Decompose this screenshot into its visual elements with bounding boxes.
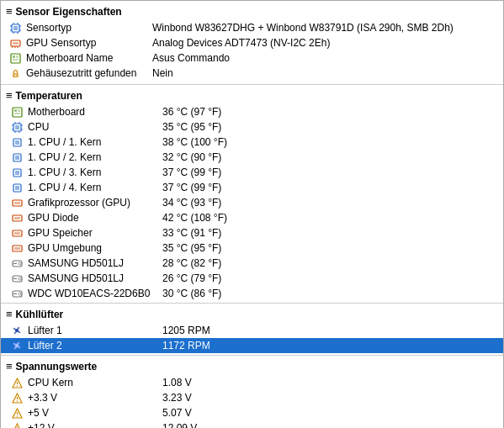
hdd3-label: WDC WD10EACS-22D6B0 (28, 288, 162, 299)
temp-row-cpu-core2[interactable]: 1. CPU / 2. Kern 32 °C (90 °F) (1, 150, 503, 165)
svg-rect-40 (15, 171, 19, 175)
fan2-value: 1172 RPM (162, 340, 210, 351)
svg-point-65 (16, 385, 18, 387)
main-window: ≡ Sensor Eigenschaften Sensortyp Winbond… (0, 0, 504, 428)
cpu-core2-value: 32 °C (90 °F) (162, 151, 221, 163)
volt-3v3-value: 3.23 V (162, 392, 192, 404)
gpu-sensortyp-label: GPU Sensortyp (26, 37, 152, 49)
temp-row-hdd2[interactable]: SAMSUNG HD501LJ 26 °C (79 °F) (1, 271, 503, 286)
prop-row-chassis: Gehäusezutritt gefunden Nein (1, 66, 503, 81)
gpu-sensor-icon (8, 38, 23, 49)
hdd2-icon (9, 272, 24, 285)
fan-row-1[interactable]: Lüfter 1 1205 RPM (1, 323, 503, 338)
temp-row-cpu-core4[interactable]: 1. CPU / 4. Kern 37 °C (99 °F) (1, 180, 503, 195)
gpu-speicher-value: 33 °C (91 °F) (162, 227, 221, 239)
volt-5v-value: 5.07 V (162, 407, 192, 419)
cpu-core1-icon (9, 135, 24, 149)
temp-row-gpu-umgebung[interactable]: GPU Umgebung 35 °C (95 °F) (1, 240, 503, 256)
svg-rect-16 (13, 55, 15, 58)
svg-rect-21 (13, 108, 22, 117)
svg-rect-24 (14, 113, 20, 114)
fan1-icon (9, 324, 24, 337)
temp-row-hdd1[interactable]: SAMSUNG HD501LJ 28 °C (82 °F) (1, 256, 503, 271)
hdd1-label: SAMSUNG HD501LJ (28, 257, 162, 269)
volt-12v-label: +12 V (28, 422, 162, 428)
fan1-label: Lüfter 1 (28, 325, 162, 336)
gpu-sensortyp-value: Analog Devices ADT7473 (NV-I2C 2Eh) (152, 37, 330, 49)
svg-point-68 (16, 400, 18, 402)
gpu-diode-value: 42 °C (108 °F) (162, 212, 227, 224)
volt-3v3-icon (9, 391, 24, 404)
motherboard-icon (8, 53, 23, 64)
volt-row-5v[interactable]: +5 V 5.07 V (1, 405, 503, 420)
svg-rect-46 (14, 217, 20, 219)
svg-point-20 (14, 74, 16, 76)
gpu-speicher-label: GPU Speicher (28, 227, 162, 239)
fans-icon: ≡ (6, 308, 13, 320)
divider-1 (1, 84, 503, 85)
gpu-diode-label: GPU Diode (28, 212, 162, 224)
volt-row-3v3[interactable]: +3.3 V 3.23 V (1, 390, 503, 405)
cpu-core3-icon (9, 166, 24, 179)
cpu-core2-icon (9, 151, 24, 164)
sensortyp-value: Winbond W83627DHG + Winbond W83791D (ISA… (152, 22, 454, 34)
temp-row-cpu[interactable]: CPU 35 °C (95 °F) (1, 119, 503, 135)
gpu-diode-icon (9, 211, 24, 225)
gpu-label: Grafikprozessor (GPU) (28, 197, 162, 209)
svg-rect-17 (16, 55, 19, 58)
gpu-umgebung-label: GPU Umgebung (28, 242, 162, 254)
voltages-header: ≡ Spannungswerte (1, 357, 503, 375)
cpu-temp-label: CPU (28, 121, 162, 133)
fan2-label: Lüfter 2 (28, 340, 162, 351)
voltages-icon: ≡ (6, 360, 13, 373)
temperatures-section: ≡ Temperaturen Motherboard 36 °C (97 °F)… (1, 87, 503, 301)
temp-row-gpu-speicher[interactable]: GPU Speicher 33 °C (91 °F) (1, 225, 503, 240)
svg-point-58 (19, 293, 21, 295)
temp-row-cpu-core3[interactable]: 1. CPU / 3. Kern 37 °C (99 °F) (1, 165, 503, 180)
mb-name-value: Asus Commando (152, 52, 230, 64)
divider-3 (1, 355, 503, 356)
hdd3-icon (9, 287, 24, 300)
cpu-core4-label: 1. CPU / 4. Kern (28, 182, 162, 193)
temp-row-gpu[interactable]: Grafikprozessor (GPU) 34 °C (93 °F) (1, 195, 503, 210)
svg-rect-26 (15, 125, 19, 129)
svg-point-55 (19, 277, 21, 280)
prop-row-gpu-sensortyp: GPU Sensortyp Analog Devices ADT7473 (NV… (1, 35, 503, 50)
hdd2-value: 26 °C (79 °F) (162, 272, 221, 284)
svg-point-52 (19, 262, 21, 265)
cpu-core1-label: 1. CPU / 1. Kern (28, 136, 162, 148)
mb-temp-icon (9, 105, 24, 119)
volt-5v-icon (9, 406, 24, 420)
voltages-title: Spannungswerte (16, 361, 98, 373)
svg-rect-44 (14, 202, 20, 204)
temp-row-gpu-diode[interactable]: GPU Diode 42 °C (108 °F) (1, 210, 503, 225)
chassis-label: Gehäusezutritt gefunden (26, 67, 152, 79)
gpu-speicher-icon (9, 226, 24, 240)
gpu-umgebung-icon (9, 241, 24, 255)
volt-row-cpu[interactable]: CPU Kern 1.08 V (1, 375, 503, 390)
svg-rect-1 (13, 26, 18, 30)
fan1-value: 1205 RPM (162, 325, 210, 336)
mb-temp-label: Motherboard (28, 106, 162, 118)
svg-rect-23 (18, 109, 20, 112)
volt-12v-icon (9, 421, 24, 428)
sensortyp-label: Sensortyp (26, 22, 152, 34)
svg-rect-18 (13, 59, 19, 61)
fans-title: Kühllüfter (16, 309, 64, 320)
temp-row-motherboard[interactable]: Motherboard 36 °C (97 °F) (1, 104, 503, 119)
temperatures-title: Temperaturen (16, 90, 82, 102)
volt-row-12v[interactable]: +12 V 12.09 V (1, 420, 503, 428)
mb-temp-value: 36 °C (97 °F) (162, 106, 221, 118)
cpu-core4-value: 37 °C (99 °F) (162, 182, 221, 193)
sensor-properties-title: Sensor Eigenschaften (16, 6, 122, 18)
fan-row-2[interactable]: Lüfter 2 1172 RPM (1, 338, 503, 353)
temp-row-cpu-core1[interactable]: 1. CPU / 1. Kern 38 °C (100 °F) (1, 135, 503, 150)
svg-point-71 (16, 415, 18, 417)
mb-name-label: Motherboard Name (26, 52, 152, 64)
cpu-temp-icon (9, 120, 24, 134)
temperatures-icon: ≡ (6, 89, 13, 102)
cpu-temp-value: 35 °C (95 °F) (162, 121, 221, 133)
svg-rect-22 (14, 109, 17, 112)
temp-row-hdd3[interactable]: WDC WD10EACS-22D6B0 30 °C (86 °F) (1, 286, 503, 301)
voltages-section: ≡ Spannungswerte CPU Kern 1.08 V +3.3 V … (1, 357, 503, 428)
